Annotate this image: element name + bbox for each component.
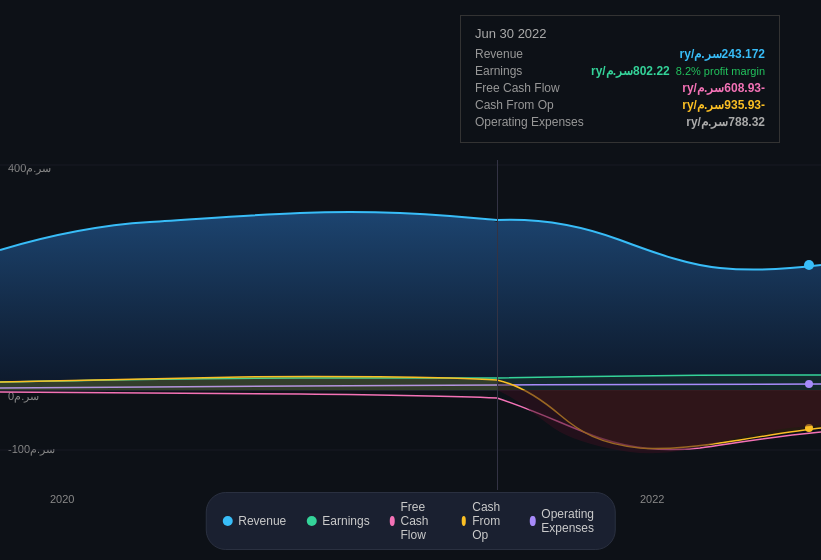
tooltip-earnings-label: Earnings xyxy=(475,64,522,78)
legend-opex[interactable]: Operating Expenses xyxy=(530,500,599,542)
legend-cashop[interactable]: Cash From Op xyxy=(461,500,510,542)
chart-divider xyxy=(497,160,498,490)
legend-fcf-dot xyxy=(390,516,395,526)
legend-opex-label: Operating Expenses xyxy=(541,507,598,535)
svg-point-3 xyxy=(804,260,814,270)
tooltip-box: Jun 30 2022 Revenue 271.342سر.م/yr Earni… xyxy=(460,15,780,143)
legend-fcf[interactable]: Free Cash Flow xyxy=(390,500,442,542)
legend-revenue-label: Revenue xyxy=(238,514,286,528)
chart-container: Jun 30 2022 Revenue 271.342سر.م/yr Earni… xyxy=(0,0,821,560)
tooltip-cashop-label: Cash From Op xyxy=(475,98,554,112)
chart-svg xyxy=(0,160,821,490)
x-label-2022: 2022 xyxy=(640,493,664,505)
legend-revenue-dot xyxy=(222,516,232,526)
legend-earnings[interactable]: Earnings xyxy=(306,500,369,542)
legend-cashop-dot xyxy=(461,516,466,526)
tooltip-cashop-row: Cash From Op -39.539سر.م/yr xyxy=(475,98,765,112)
tooltip-revenue-label: Revenue xyxy=(475,47,523,61)
tooltip-date: Jun 30 2022 xyxy=(475,26,765,41)
legend-revenue[interactable]: Revenue xyxy=(222,500,286,542)
tooltip-earnings-value: 22.208سر.م/yr xyxy=(591,64,670,78)
tooltip-revenue-row: Revenue 271.342سر.م/yr xyxy=(475,47,765,61)
tooltip-cashop-value: -39.539سر.م/yr xyxy=(682,98,765,112)
tooltip-earnings-row: Earnings 22.208سر.م/yr 8.2% profit margi… xyxy=(475,64,765,78)
tooltip-opex-label: Operating Expenses xyxy=(475,115,584,129)
tooltip-fcf-value: -39.806سر.م/yr xyxy=(682,81,765,95)
tooltip-opex-row: Operating Expenses 23.887سر.م/yr xyxy=(475,115,765,129)
legend-earnings-label: Earnings xyxy=(322,514,369,528)
tooltip-fcf-row: Free Cash Flow -39.806سر.م/yr xyxy=(475,81,765,95)
svg-point-4 xyxy=(805,380,813,388)
legend-opex-dot xyxy=(530,516,535,526)
tooltip-fcf-label: Free Cash Flow xyxy=(475,81,560,95)
tooltip-opex-value: 23.887سر.م/yr xyxy=(686,115,765,129)
legend-fcf-label: Free Cash Flow xyxy=(401,500,442,542)
x-label-2020: 2020 xyxy=(50,493,74,505)
tooltip-revenue-value: 271.342سر.م/yr xyxy=(680,47,765,61)
chart-legend: Revenue Earnings Free Cash Flow Cash Fro… xyxy=(205,492,616,550)
legend-cashop-label: Cash From Op xyxy=(472,500,510,542)
profit-margin-label: 8.2% profit margin xyxy=(676,65,765,77)
legend-earnings-dot xyxy=(306,516,316,526)
